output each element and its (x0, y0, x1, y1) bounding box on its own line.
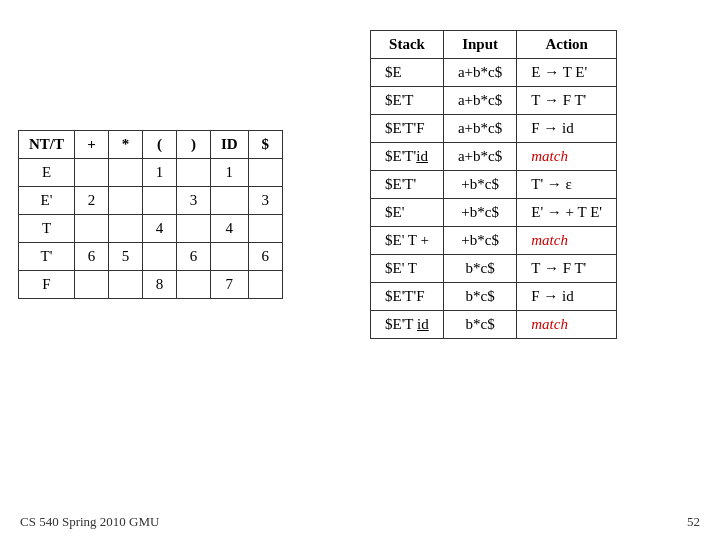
input-cell: b*c$ (443, 311, 516, 339)
left-col-header: ID (211, 131, 249, 159)
course-label: CS 540 Spring 2010 GMU (20, 514, 159, 530)
table-cell (143, 187, 177, 215)
table-cell: E' (19, 187, 75, 215)
action-header: Action (517, 31, 617, 59)
footer: CS 540 Spring 2010 GMU 52 (0, 514, 720, 530)
left-col-header: ( (143, 131, 177, 159)
table-cell (177, 271, 211, 299)
table-cell: 6 (248, 243, 282, 271)
table-cell: 4 (143, 215, 177, 243)
right-parse-table: Stack Input Action $Ea+b*c$E → T E'$E'Ta… (370, 30, 617, 339)
table-cell: 6 (177, 243, 211, 271)
table-row: $E' T ++b*c$match (371, 227, 617, 255)
input-cell: a+b*c$ (443, 87, 516, 115)
table-cell (211, 243, 249, 271)
table-cell (75, 159, 109, 187)
table-row: T44 (19, 215, 283, 243)
table-cell (143, 243, 177, 271)
stack-cell: $E' T (371, 255, 444, 283)
left-col-header: $ (248, 131, 282, 159)
table-cell (109, 187, 143, 215)
input-cell: b*c$ (443, 255, 516, 283)
stack-cell: $E'T'F (371, 115, 444, 143)
input-cell: +b*c$ (443, 227, 516, 255)
table-row: $E'T'+b*c$T' → ε (371, 171, 617, 199)
input-cell: a+b*c$ (443, 59, 516, 87)
table-cell (177, 159, 211, 187)
stack-cell: $E'T'id (371, 143, 444, 171)
table-row: $E'T'ida+b*c$match (371, 143, 617, 171)
table-cell: 3 (248, 187, 282, 215)
stack-cell: $E'T (371, 87, 444, 115)
stack-cell: $E'T'F (371, 283, 444, 311)
table-row: $E'T idb*c$match (371, 311, 617, 339)
table-cell (75, 271, 109, 299)
table-row: $E'+b*c$E' → + T E' (371, 199, 617, 227)
table-cell (177, 215, 211, 243)
action-cell: F → id (517, 283, 617, 311)
table-cell: 4 (211, 215, 249, 243)
table-cell (248, 271, 282, 299)
table-cell: 6 (75, 243, 109, 271)
table-row: E'233 (19, 187, 283, 215)
action-cell: match (517, 227, 617, 255)
table-row: T'6566 (19, 243, 283, 271)
table-row: E11 (19, 159, 283, 187)
table-row: $E'Ta+b*c$T → F T' (371, 87, 617, 115)
table-row: $E' Tb*c$T → F T' (371, 255, 617, 283)
table-row: $E'T'Fa+b*c$F → id (371, 115, 617, 143)
stack-cell: $E' T + (371, 227, 444, 255)
action-cell: E' → + T E' (517, 199, 617, 227)
table-cell: 7 (211, 271, 249, 299)
table-cell: 2 (75, 187, 109, 215)
input-cell: b*c$ (443, 283, 516, 311)
action-cell: T' → ε (517, 171, 617, 199)
table-cell: 8 (143, 271, 177, 299)
input-cell: +b*c$ (443, 199, 516, 227)
stack-cell: $E' (371, 199, 444, 227)
action-cell: E → T E' (517, 59, 617, 87)
table-row: F87 (19, 271, 283, 299)
table-cell: 5 (109, 243, 143, 271)
table-cell: T (19, 215, 75, 243)
action-cell: T → F T' (517, 87, 617, 115)
table-cell (109, 215, 143, 243)
stack-cell: $E'T' (371, 171, 444, 199)
stack-header: Stack (371, 31, 444, 59)
action-cell: match (517, 311, 617, 339)
table-cell: T' (19, 243, 75, 271)
table-cell: 1 (211, 159, 249, 187)
table-row: $Ea+b*c$E → T E' (371, 59, 617, 87)
input-cell: a+b*c$ (443, 143, 516, 171)
table-cell (75, 215, 109, 243)
left-col-header: ) (177, 131, 211, 159)
table-cell (248, 159, 282, 187)
action-cell: T → F T' (517, 255, 617, 283)
left-parse-table: NT/T+*()ID$ E11E'233T44T'6566F87 (18, 130, 283, 299)
action-cell: match (517, 143, 617, 171)
left-col-header: * (109, 131, 143, 159)
input-cell: +b*c$ (443, 171, 516, 199)
input-header: Input (443, 31, 516, 59)
table-cell (248, 215, 282, 243)
page-number: 52 (687, 514, 700, 530)
stack-cell: $E (371, 59, 444, 87)
table-cell: E (19, 159, 75, 187)
table-cell (109, 159, 143, 187)
table-cell: 3 (177, 187, 211, 215)
left-col-header: NT/T (19, 131, 75, 159)
table-cell: 1 (143, 159, 177, 187)
action-cell: F → id (517, 115, 617, 143)
input-cell: a+b*c$ (443, 115, 516, 143)
stack-cell: $E'T id (371, 311, 444, 339)
table-cell (211, 187, 249, 215)
table-row: $E'T'Fb*c$F → id (371, 283, 617, 311)
table-cell: F (19, 271, 75, 299)
table-cell (109, 271, 143, 299)
left-col-header: + (75, 131, 109, 159)
